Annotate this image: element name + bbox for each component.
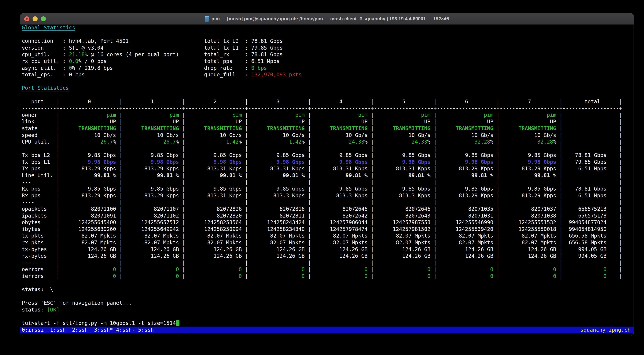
stat-connection: connection: hvn4.lab, Port 4501total_tx_… bbox=[22, 38, 632, 44]
table-header-separator: -----------+-------------------+--------… bbox=[22, 105, 632, 112]
table-row-tx-pkts: tx-pkts | 82.07 Mpkts | 82.07 Mpkts | 82… bbox=[22, 232, 632, 239]
screen-status-bar: 0:irssi 1:ssh 2:ssh 3:ssh* 4:ssh- 5:ssh … bbox=[20, 327, 634, 334]
stat-value: STL @ v3.04 bbox=[69, 45, 104, 51]
table-row-opackets: opackets | 82071100 | 82071107 | 8207282… bbox=[22, 206, 632, 212]
table-row-link: link | UP | UP | UP | UP | UP | UP | UP … bbox=[22, 118, 632, 125]
table-row-line-util-: Line Util. | 99.81 % | 99.81 % | 99.81 %… bbox=[22, 172, 632, 179]
title-bar[interactable]: pim — [mosh] pim@squanchy.ipng.ch: /home… bbox=[20, 13, 634, 24]
table-row-ipackets: ipackets | 82071091 | 82071102 | 8207282… bbox=[22, 212, 632, 219]
stat-cpu-util: cpu_util.: 21.18% @ 16 cores (4 per dual… bbox=[22, 51, 632, 58]
stat-async-util: async_util.: 0% / 219.8 bpsdrop_rate: 0 … bbox=[22, 65, 632, 72]
window-controls bbox=[24, 13, 46, 24]
table-row-oerrors: oerrors | 0 | 0 | 0 | 0 | 0 | 0 | 0 | 0 … bbox=[22, 266, 632, 273]
table-row-tx-pps: Tx pps | 813.29 Kpps | 813.29 Kpps | 813… bbox=[22, 165, 632, 172]
table-row-speed: speed | 10 Gb/s | 10 Gb/s | 10 Gb/s | 10… bbox=[22, 132, 632, 139]
spinner: \ bbox=[44, 286, 53, 292]
terminal-window: pim — [mosh] pim@squanchy.ipng.ch: /home… bbox=[20, 13, 634, 336]
command-input[interactable]: start -f stl/ipng.py -m 10gbpsl1 -t size… bbox=[34, 320, 176, 326]
port-stats-heading: Port Statistics bbox=[22, 85, 632, 92]
port-statistics-table: port | 0 | 1 | 2 | 3 | 4 | 5 | 6 | 7 | t… bbox=[22, 98, 632, 280]
zoom-button[interactable] bbox=[41, 16, 46, 22]
table-row-state: state | TRANSMITTING | TRANSMITTING | TR… bbox=[22, 125, 632, 132]
stat-value: 0.0 bbox=[69, 58, 78, 64]
stat-rx-cpu-util: rx_cpu_util.: 0.0% / 0 ppstotal_pps: 6.5… bbox=[22, 58, 632, 65]
window-title-text: pim — [mosh] pim@squanchy.ipng.ch: /home… bbox=[211, 16, 449, 22]
stat-value: hvn4.lab, Port 4501 bbox=[69, 38, 129, 44]
stat-value: 0 bps bbox=[251, 65, 267, 71]
table-row-tx-bps-l2: Tx bps L2 | 9.85 Gbps | 9.85 Gbps | 9.85… bbox=[22, 152, 632, 159]
stat-value: 78.81 Gbps bbox=[251, 51, 283, 58]
table-separator-row: -- | | | | | | | | | | bbox=[22, 145, 632, 152]
table-row-ierrors: ierrors | 0 | 0 | 0 | 0 | 0 | 0 | 0 | 0 … bbox=[22, 273, 632, 280]
stat-value: 21.18 bbox=[69, 51, 84, 58]
status-badge: [OK] bbox=[47, 306, 60, 313]
table-row-rx-bps: Rx bps | 9.85 Gbps | 9.85 Gbps | 9.85 Gb… bbox=[22, 186, 632, 192]
table-row-tx-bytes: tx-bytes | 124.26 GB | 124.26 GB | 124.2… bbox=[22, 246, 632, 253]
stat-value: 78.81 Gbps bbox=[251, 38, 283, 44]
prompt: tui> bbox=[22, 320, 34, 326]
stat-value: 6.51 Mpps bbox=[251, 58, 280, 64]
table-row-rx-bytes: rx-bytes | 124.26 GB | 124.26 GB | 124.2… bbox=[22, 253, 632, 260]
table-row-rx-pps: Rx pps | 813.29 Kpps | 813.29 Kpps | 813… bbox=[22, 192, 632, 199]
table-header-row: port | 0 | 1 | 2 | 3 | 4 | 5 | 6 | 7 | t… bbox=[22, 98, 632, 105]
stat-value: 79.85 Gbps bbox=[251, 45, 283, 51]
press-esc-hint: Press 'ESC' for navigation panel... bbox=[22, 300, 632, 306]
table-separator-row: ---- | | | | | | | | | | bbox=[22, 199, 632, 206]
screen-hostname: squanchy.ipng.ch bbox=[580, 327, 630, 334]
status-label: status: bbox=[22, 306, 47, 313]
close-button[interactable] bbox=[24, 16, 29, 22]
table-row-obytes: obytes | 124255645400 | 124255657512 | 1… bbox=[22, 219, 632, 226]
status-spinner-line: status: \ bbox=[22, 286, 632, 293]
screen-window-list: 0:irssi 1:ssh 2:ssh 3:ssh* 4:ssh- 5:ssh bbox=[22, 327, 154, 334]
status-label: status: bbox=[22, 286, 44, 292]
table-row-owner: owner | pim | pim | pim | pim | pim | pi… bbox=[22, 112, 632, 118]
global-stats-heading: Global Statistics bbox=[22, 24, 632, 31]
table-row-cpu-util-: CPU util. | 26.7% | 26.7% | 1.42% | 1.42… bbox=[22, 138, 632, 145]
table-row-tx-bps-l1: Tx bps L1 | 9.98 Gbps | 9.98 Gbps | 9.98… bbox=[22, 159, 632, 166]
document-icon bbox=[205, 16, 209, 22]
window-title: pim — [mosh] pim@squanchy.ipng.ch: /home… bbox=[205, 16, 449, 22]
stat-total-cps: total_cps.: 0 cpsqueue_full: 132,970,093… bbox=[22, 71, 632, 78]
command-line[interactable]: tui>start -f stl/ipng.py -m 10gbpsl1 -t … bbox=[22, 320, 632, 327]
table-separator-row: ----- | | | | | | | | | | bbox=[22, 260, 632, 266]
stat-version: version: STL @ v3.04total_tx_L1: 79.85 G… bbox=[22, 44, 632, 51]
stat-value: 132,970,093 pkts bbox=[251, 72, 302, 78]
minimize-button[interactable] bbox=[32, 16, 38, 22]
table-row-rx-pkts: rx-pkts | 82.07 Mpkts | 82.07 Mpkts | 82… bbox=[22, 239, 632, 246]
stat-value: 0 bbox=[69, 65, 72, 71]
stat-value: 0 cps bbox=[69, 72, 84, 78]
terminal-screen[interactable]: Global Statistics connection: hvn4.lab, … bbox=[22, 24, 632, 336]
table-separator-row: --- | | | | | | | | | | bbox=[22, 179, 632, 186]
status-ok-line: status: [OK] bbox=[22, 306, 632, 313]
text-cursor bbox=[176, 320, 180, 326]
table-row-ibytes: ibytes | 124255630260 | 124255649942 | 1… bbox=[22, 226, 632, 233]
